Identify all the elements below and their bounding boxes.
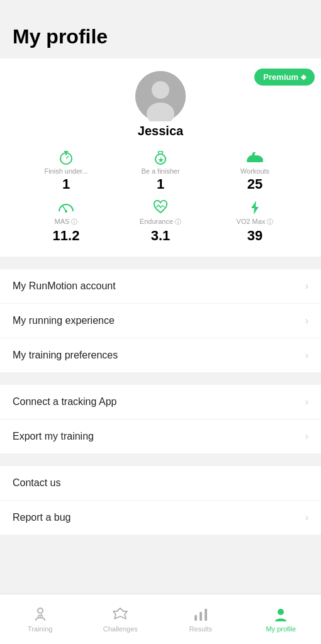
- profile-section: Premium ◆ Jessica: [0, 58, 321, 257]
- stat-workouts: Workouts 25: [208, 148, 302, 192]
- stat-label-endurance: Endurance ⓘ: [140, 218, 181, 226]
- menu-item-connect-tracking[interactable]: Connect a tracking App ›: [0, 385, 321, 419]
- page-header: My profile: [0, 0, 321, 58]
- stat-vo2max: VO2 Max ⓘ 39: [208, 199, 302, 244]
- svg-line-6: [66, 156, 69, 158]
- menu-item-running-experience[interactable]: My running experience ›: [0, 304, 321, 338]
- results-icon: [193, 606, 209, 623]
- nav-label-training: Training: [28, 625, 52, 633]
- svg-point-13: [38, 608, 43, 613]
- stopwatch-icon: [58, 148, 74, 166]
- svg-rect-15: [200, 612, 202, 621]
- menu-label-connect-tracking: Connect a tracking App: [13, 396, 116, 408]
- menu-item-report-bug[interactable]: Report a bug ›: [0, 501, 321, 535]
- svg-point-12: [65, 210, 67, 213]
- svg-text:★: ★: [158, 157, 164, 164]
- svg-point-1: [152, 81, 169, 99]
- stat-label-finisher: Be a finisher: [141, 167, 179, 175]
- menu-item-runmotion-account[interactable]: My RunMotion account ›: [0, 269, 321, 304]
- premium-label: Premium: [263, 72, 298, 82]
- nav-label-results: Results: [189, 625, 212, 633]
- menu-label-runmotion-account: My RunMotion account: [13, 280, 116, 292]
- stats-grid: Finish under... 1 ★ Be a finisher 1: [13, 148, 308, 244]
- menu-label-training-preferences: My training preferences: [13, 350, 118, 361]
- challenges-icon: [112, 606, 128, 623]
- svg-rect-16: [205, 609, 207, 621]
- nav-item-results[interactable]: Results: [179, 606, 223, 633]
- support-menu-section: Contact us Report a bug ›: [0, 466, 321, 535]
- menu-label-export-training: Export my training: [13, 431, 94, 442]
- stat-value-finish-under: 1: [62, 176, 70, 192]
- stat-label-workouts: Workouts: [240, 167, 269, 175]
- section-gap-2: [0, 372, 321, 379]
- stat-value-workouts: 25: [247, 176, 262, 192]
- stat-endurance: Endurance ⓘ 3.1: [113, 199, 208, 244]
- svg-rect-14: [194, 615, 197, 621]
- menu-item-export-training[interactable]: Export my training ›: [0, 419, 321, 453]
- svg-point-17: [278, 609, 284, 615]
- menu-item-contact-us[interactable]: Contact us: [0, 466, 321, 501]
- diamond-icon: ◆: [301, 73, 306, 81]
- tracking-menu-section: Connect a tracking App › Export my train…: [0, 385, 321, 453]
- chevron-right-icon: ›: [305, 315, 308, 326]
- chevron-right-icon: ›: [305, 350, 308, 361]
- menu-label-running-experience: My running experience: [13, 315, 115, 326]
- speedometer-icon: [58, 199, 74, 216]
- account-menu-section: My RunMotion account › My running experi…: [0, 269, 321, 372]
- medal-icon: ★: [152, 148, 169, 166]
- chevron-right-icon: ›: [305, 396, 308, 408]
- section-gap-1: [0, 257, 321, 263]
- stat-value-vo2max: 39: [247, 228, 262, 244]
- stat-label-vo2max: VO2 Max ⓘ: [237, 218, 274, 226]
- nav-label-my-profile: My profile: [266, 625, 296, 633]
- stat-finish-under: Finish under... 1: [19, 148, 113, 192]
- nav-item-training[interactable]: Training: [18, 606, 62, 633]
- stat-be-a-finisher: ★ Be a finisher 1: [113, 148, 208, 192]
- section-gap-3: [0, 453, 321, 460]
- menu-label-report-bug: Report a bug: [13, 512, 71, 523]
- stat-value-endurance: 3.1: [151, 228, 171, 244]
- stat-value-mas: 11.2: [53, 228, 80, 244]
- stat-value-finisher: 1: [157, 176, 164, 192]
- training-icon: [32, 606, 48, 623]
- page-title: My profile: [13, 25, 308, 48]
- menu-label-contact-us: Contact us: [13, 477, 60, 489]
- stat-label-mas: MAS ⓘ: [55, 218, 78, 226]
- bolt-icon: [249, 199, 261, 216]
- bottom-navigation: Training Challenges Results My profile: [0, 594, 321, 644]
- nav-item-my-profile[interactable]: My profile: [259, 606, 303, 633]
- nav-label-challenges: Challenges: [103, 625, 138, 633]
- premium-badge[interactable]: Premium ◆: [254, 69, 315, 86]
- chevron-right-icon: ›: [305, 431, 308, 442]
- chevron-right-icon: ›: [305, 280, 308, 292]
- username: Jessica: [138, 124, 183, 138]
- chevron-right-icon: ›: [305, 512, 308, 523]
- avatar: [135, 71, 186, 121]
- stat-mas: MAS ⓘ 11.2: [19, 199, 113, 244]
- shoe-icon: [245, 148, 264, 166]
- heart-icon: [152, 199, 169, 216]
- stat-label-finish-under: Finish under...: [44, 167, 87, 175]
- nav-item-challenges[interactable]: Challenges: [98, 606, 142, 633]
- my-profile-icon: [273, 606, 289, 623]
- menu-item-training-preferences[interactable]: My training preferences ›: [0, 338, 321, 372]
